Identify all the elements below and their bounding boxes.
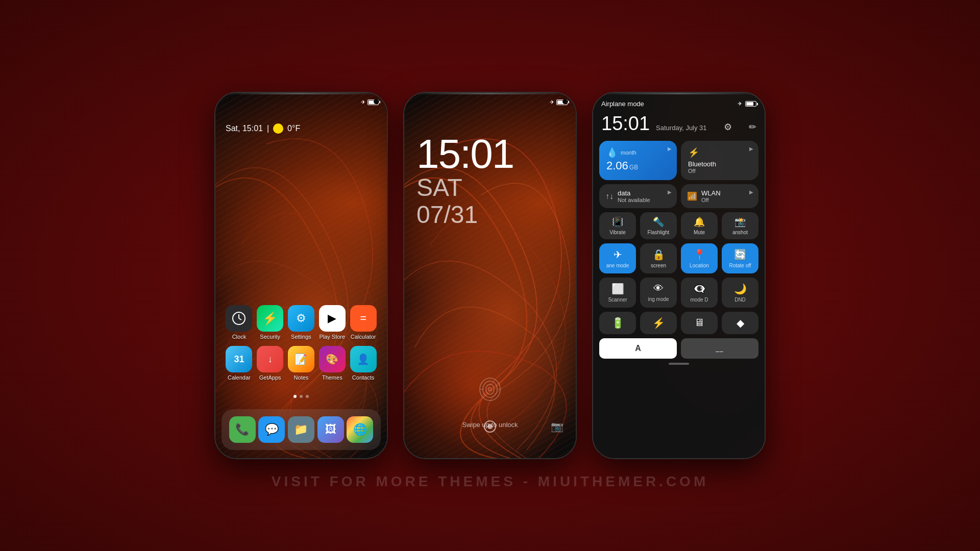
code-tile[interactable]: ◆: [722, 312, 758, 334]
mute-label: Mute: [694, 230, 705, 235]
phone-icon: 📞: [235, 423, 249, 436]
sun-icon: [273, 123, 283, 134]
airplane-tile[interactable]: ✈ ane mode: [599, 243, 636, 273]
control-center-panel: Airplane mode ✈ 15:01 Saturday, July 31 …: [593, 93, 765, 458]
battery-saver-icon: 🔋: [611, 317, 624, 329]
airplane-tile-icon: ✈: [614, 248, 622, 261]
battery-saver-tile[interactable]: 🔋: [599, 312, 636, 334]
keyboard-tile-1[interactable]: A: [599, 338, 677, 359]
dock-messages[interactable]: 💬: [258, 416, 285, 443]
scanner-icon: ⬜: [611, 283, 624, 295]
app-themes[interactable]: 🎨 Themes: [317, 346, 347, 381]
notes-label: Notes: [294, 374, 309, 381]
notes-icon-bg: 📝: [288, 346, 314, 372]
app-playstore[interactable]: ▶ Play Store: [317, 305, 347, 340]
bluetooth-arrow: ▶: [749, 146, 753, 152]
data-sub: Not available: [618, 197, 650, 203]
messages-icon: 💬: [265, 423, 279, 436]
airplane-icon-2: ✈: [550, 99, 554, 106]
keyboard-tile-2[interactable]: __: [681, 338, 758, 359]
reading-icon: 👁: [653, 283, 664, 294]
bluetooth-label: Bluetooth: [688, 160, 751, 168]
dot-3: [306, 395, 309, 398]
edit-icon[interactable]: ✏: [749, 121, 756, 133]
screenshot-icon: 📸: [734, 216, 746, 228]
mobile-data-tile[interactable]: ↑↓ data Not available ▶: [599, 184, 677, 208]
location-icon: 📍: [693, 248, 706, 261]
lock-day-display: SAT: [416, 174, 513, 202]
control-header: Airplane mode ✈: [593, 93, 765, 112]
app-row-2: 31 Calendar ↓ GetApps 📝 Notes: [224, 346, 379, 381]
lock-screen-tile[interactable]: 🔒 screen: [640, 243, 677, 273]
lock-screen-tile-icon: 🔒: [652, 248, 665, 261]
camera-icon: 📷: [551, 421, 564, 432]
app-security[interactable]: ⚡ Security: [255, 305, 285, 340]
dock-files[interactable]: 📁: [288, 416, 314, 443]
data-arrow: ▶: [668, 189, 672, 195]
app-notes[interactable]: 📝 Notes: [286, 346, 316, 381]
browser-icon: 🌐: [353, 423, 367, 436]
screen2-tile[interactable]: 🖥: [681, 312, 718, 334]
contacts-label: Contacts: [352, 374, 374, 381]
adjust-icon[interactable]: ⚙: [724, 121, 732, 133]
medium-tiles-row: ✈ ane mode 🔒 screen 📍 Location 🔄 Rotate …: [593, 243, 765, 273]
big-tiles-row: 💧 month 2.06 GB ▶ ⚡ Bluetooth Off: [593, 141, 765, 180]
mode-tile[interactable]: 👁‍🗨 mode D: [681, 278, 718, 308]
getapps-label: GetApps: [259, 374, 281, 381]
wlan-tile[interactable]: 📶 WLAN Off ▶: [681, 184, 758, 208]
phone1-datetime-area: Sat, 15:01 | 0°F: [226, 123, 300, 134]
vibrate-icon: 📳: [612, 216, 623, 228]
rotate-tile[interactable]: 🔄 Rotate off: [722, 243, 758, 273]
clock-label: Clock: [232, 334, 247, 340]
reading-tile[interactable]: 👁 ing mode: [640, 278, 677, 308]
battery-icon-3: [745, 101, 756, 107]
dock-phone[interactable]: 📞: [229, 416, 256, 443]
contacts-icon-bg: 👤: [350, 346, 377, 372]
flashlight-tile[interactable]: 🔦 Flashlight: [640, 212, 677, 239]
themes-icon: 🎨: [326, 353, 338, 365]
app-calculator[interactable]: = Calculator: [349, 305, 378, 340]
dock-browser[interactable]: 🌐: [347, 416, 373, 443]
mode-icon: 👁‍🗨: [693, 283, 706, 295]
camera-punch-2: [562, 99, 568, 104]
camera-lock-icon[interactable]: 📷: [551, 420, 564, 433]
getapps-icon-bg: ↓: [257, 346, 283, 372]
month-label: month: [621, 149, 636, 156]
mute-tile[interactable]: 🔔 Mute: [681, 212, 718, 239]
screenshot-label: anshot: [732, 230, 748, 235]
scanner-tile[interactable]: ⬜ Scanner: [599, 278, 636, 308]
clock-svg: [232, 311, 246, 325]
app-contacts[interactable]: 👤 Contacts: [349, 346, 378, 381]
bluetooth-icon: ⚡: [688, 147, 699, 158]
themes-icon-bg: 🎨: [319, 346, 346, 372]
playstore-icon-bg: ▶: [319, 305, 346, 332]
app-grid: Clock ⚡ Security ⚙ Settings ▶: [215, 305, 387, 387]
screenshot-tile[interactable]: 📸 anshot: [722, 212, 758, 239]
vibrate-tile[interactable]: 📳 Vibrate: [599, 212, 636, 239]
dnd-tile[interactable]: 🌙 DND: [722, 278, 758, 308]
svg-point-6: [488, 388, 492, 391]
airplane-status-icon: ✈: [738, 101, 742, 107]
status-bar-phone1: ✈: [215, 93, 387, 111]
app-settings[interactable]: ⚙ Settings: [286, 305, 316, 340]
data-amount: 2.06: [606, 159, 628, 172]
app-getapps[interactable]: ↓ GetApps: [255, 346, 285, 381]
app-calendar[interactable]: 31 Calendar: [224, 346, 254, 381]
location-tile[interactable]: 📍 Location: [681, 243, 718, 273]
data-unit: GB: [629, 164, 638, 171]
fingerprint-icon[interactable]: [477, 377, 503, 402]
calculator-label: Calculator: [351, 334, 376, 340]
gallery-icon: 🖼: [325, 423, 336, 436]
dock-gallery[interactable]: 🖼: [317, 416, 344, 443]
lightning-tile[interactable]: ⚡: [640, 312, 677, 334]
getapps-icon: ↓: [268, 354, 273, 365]
app-clock[interactable]: Clock: [224, 305, 254, 340]
lock-time-display: 15:01: [416, 134, 513, 174]
phones-container: ✈ Sat, 15:01 | 0°F: [214, 92, 766, 459]
swipe-bar: [669, 363, 689, 365]
flashlight-icon: 🔦: [653, 216, 664, 228]
reading-label: ing mode: [648, 296, 669, 302]
data-tile[interactable]: 💧 month 2.06 GB ▶: [599, 141, 677, 180]
rotate-icon: 🔄: [734, 248, 747, 261]
bluetooth-tile[interactable]: ⚡ Bluetooth Off ▶: [681, 141, 758, 180]
